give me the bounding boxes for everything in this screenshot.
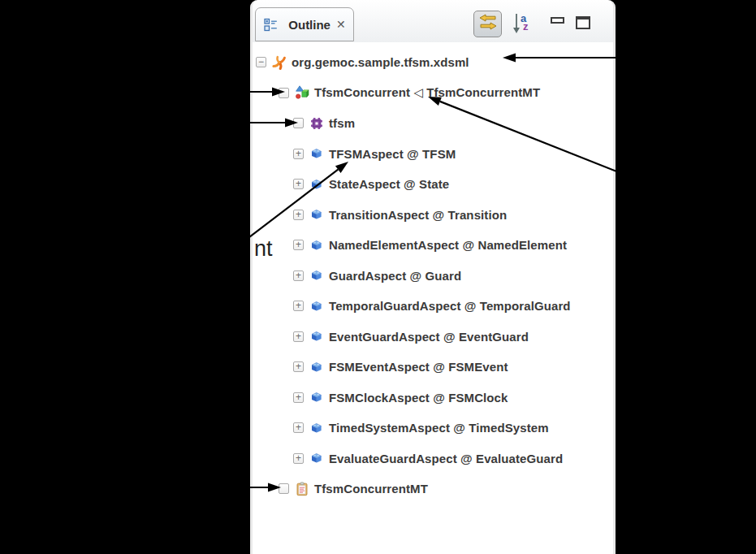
tree-item-label: TemporalGuardAspect @ TemporalGuard [329,299,571,313]
tree-item[interactable]: +EvaluateGuardAspect @ EvaluateGuard [253,444,613,474]
sort-letter-z: z [523,20,529,32]
aspect-icon [309,390,324,405]
tree-item[interactable]: +StateAspect @ State [253,169,613,200]
expand-toggle[interactable]: + [293,453,304,464]
tree-item[interactable]: TfsmConcurrentMT [253,474,613,504]
clipped-annotation-text: nt [254,236,273,262]
expand-toggle[interactable]: − [256,57,266,67]
expand-toggle[interactable]: + [293,422,304,433]
tree-item[interactable]: +FSMEventAspect @ FSMEvent [253,352,613,383]
aspect-icon [309,360,324,374]
tree-item[interactable]: +TimedSystemAspect @ TimedSystem [253,413,613,444]
clipboard-icon [295,482,309,496]
aspect-icon [309,177,324,192]
tree-item-label: FSMClockAspect @ FSMClock [329,391,508,405]
expand-toggle[interactable]: + [293,271,304,281]
package-icon [309,116,324,131]
tree-item[interactable]: +GuardAspect @ Guard [253,261,613,292]
outline-view-panel: Outline ✕ a z −org.gemoc.sample.tfsm.xds… [250,0,616,554]
tree-item[interactable]: +TFSMAspect @ TFSM [253,139,613,170]
tree-item-label: EvaluateGuardAspect @ EvaluateGuard [329,452,563,465]
outline-tree: −org.gemoc.sample.tfsm.xdsmlTfsmConcurre… [253,42,613,504]
tree-item-label: tfsm [329,116,355,130]
tree-item-label: EventGuardAspect @ EventGuard [329,330,529,344]
aspect-icon [309,238,324,253]
expand-toggle[interactable]: + [293,149,304,159]
expand-toggle[interactable]: + [293,240,304,250]
aspect-icon [309,146,324,161]
aspect-icon [309,451,324,465]
tree-item-label: org.gemoc.sample.tfsm.xdsml [292,55,469,69]
minimize-button[interactable] [551,17,564,24]
aspect-icon [309,421,324,435]
link-arrows-icon [478,14,498,33]
expand-toggle[interactable]: + [293,179,304,189]
aspect-icon [309,329,324,344]
tree-item-label: GuardAspect @ Guard [329,269,461,283]
tree-item[interactable]: tfsm [253,108,613,139]
expand-toggle[interactable]: + [293,392,304,403]
aspect-icon [309,268,324,283]
sort-down-arrow-icon [512,13,521,37]
expand-toggle[interactable]: + [293,361,304,372]
tab-outline[interactable]: Outline ✕ [255,7,354,41]
view-toolbar: a z [473,9,590,38]
tree-item[interactable]: TfsmConcurrent ◁ TfsmConcurrentMT [253,78,613,109]
expand-toggle[interactable]: + [293,210,304,220]
tree-item-label: StateAspect @ State [329,177,449,191]
tree-item-label: TFSMAspect @ TFSM [329,147,456,161]
language-icon [295,85,309,100]
xdsml-file-icon [272,55,287,70]
expand-toggle[interactable] [279,88,289,98]
tree-item-label: FSMEventAspect @ FSMEvent [329,360,508,374]
link-with-editor-button[interactable] [473,11,502,37]
tree-item-label: NamedElementAspect @ NamedElement [329,238,567,252]
tree-item[interactable]: +TemporalGuardAspect @ TemporalGuard [253,291,613,322]
expand-toggle[interactable]: + [293,331,304,342]
maximize-button[interactable] [576,16,590,29]
tree-item[interactable]: +FSMClockAspect @ FSMClock [253,383,613,413]
expand-toggle[interactable]: + [293,301,304,311]
view-header: Outline ✕ a z [253,0,613,42]
tree-item[interactable]: −org.gemoc.sample.tfsm.xdsml [253,47,613,78]
tree-item[interactable]: +EventGuardAspect @ EventGuard [253,322,613,353]
tab-label: Outline [288,18,330,32]
tree-item[interactable]: +NamedElementAspect @ NamedElement [253,230,613,261]
tree-item-label: TfsmConcurrentMT [314,482,428,496]
screenshot-stage: Outline ✕ a z −org.gemoc.sample.tfsm.xds… [0,0,756,554]
aspect-icon [309,299,324,314]
tree-item-label: TimedSystemAspect @ TimedSystem [329,421,549,435]
close-icon[interactable]: ✕ [336,18,346,31]
expand-toggle[interactable] [293,118,304,128]
outline-tree-icon [263,17,278,32]
tree-item-label: TransitionAspect @ Transition [329,208,507,222]
tree-item-label: TfsmConcurrent ◁ TfsmConcurrentMT [314,85,540,100]
aspect-icon [309,207,324,222]
expand-toggle[interactable] [279,483,289,494]
sort-alphabetical-button[interactable]: a z [512,11,533,36]
tree-item[interactable]: +TransitionAspect @ Transition [253,200,613,231]
